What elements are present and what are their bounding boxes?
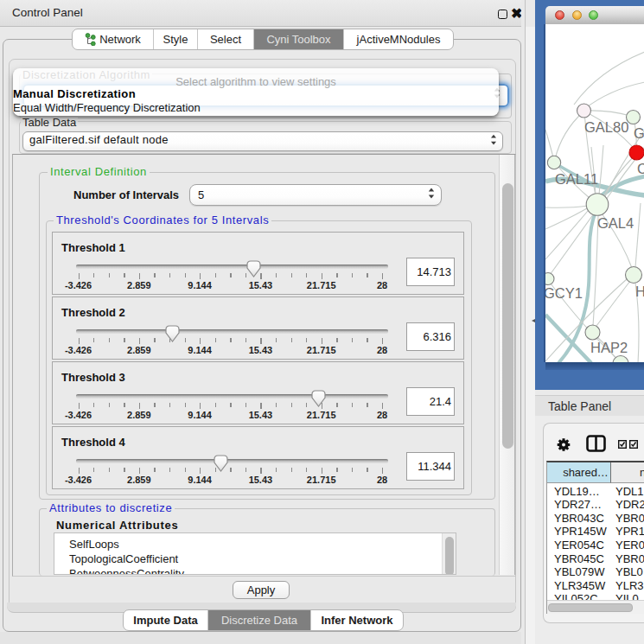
svg-text:GA: GA [634, 125, 644, 141]
svg-text:GAL4: GAL4 [597, 215, 634, 231]
svg-text:C: C [637, 161, 644, 176]
svg-text:GCY1: GCY1 [545, 285, 583, 301]
svg-text:HAP2: HAP2 [590, 340, 628, 355]
svg-text:H: H [635, 284, 644, 299]
svg-text:GAL80: GAL80 [584, 119, 628, 135]
svg-text:GAL11: GAL11 [555, 171, 598, 187]
